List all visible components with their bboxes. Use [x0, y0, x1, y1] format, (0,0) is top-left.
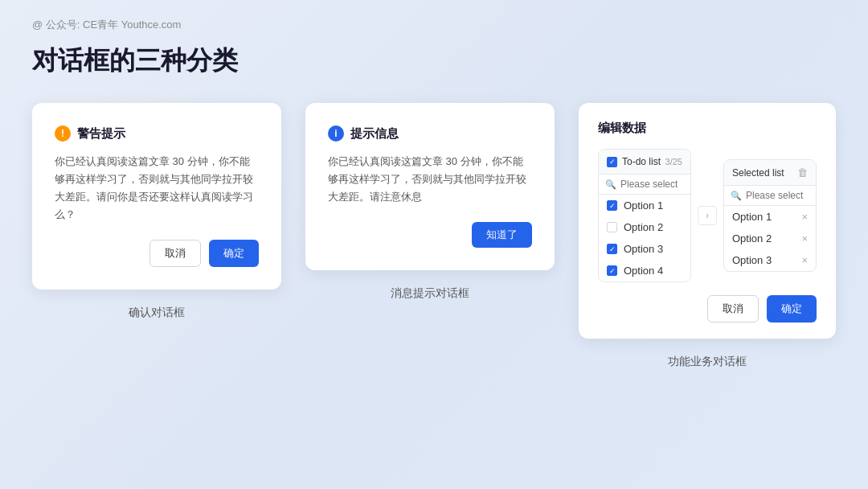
- header: @ 公众号: CE青年 Youthce.com: [0, 0, 868, 40]
- remove-option-1[interactable]: ×: [801, 211, 808, 223]
- warning-icon: !: [55, 125, 71, 142]
- selected-option-3: Option 3 ×: [724, 249, 816, 271]
- todo-option-2[interactable]: Option 2: [599, 216, 690, 238]
- todo-option-1[interactable]: Option 1: [599, 195, 690, 216]
- confirm-dialog-card: ! 警告提示 你已经认真阅读这篇文章 30 分钟，你不能够再这样学习了，否则就与…: [32, 103, 281, 290]
- confirm-ok-button[interactable]: 确定: [209, 240, 259, 267]
- todo-panel: To-do list 3/25 🔍 Option 1: [598, 149, 691, 282]
- todo-option-4[interactable]: Option 4: [599, 260, 690, 281]
- functional-dialog-title: 编辑数据: [598, 121, 817, 136]
- functional-cancel-button[interactable]: 取消: [707, 295, 759, 323]
- info-icon: i: [328, 125, 344, 142]
- meta-text: @ 公众号: CE青年 Youthce.com: [32, 18, 181, 31]
- transfer-arrow[interactable]: ›: [698, 206, 717, 225]
- remove-option-2[interactable]: ×: [801, 232, 808, 244]
- selected-search-icon: 🔍: [731, 191, 742, 201]
- trash-icon[interactable]: 🗑: [797, 166, 808, 179]
- functional-dialog-label: 功能业务对话框: [579, 355, 836, 369]
- confirm-cancel-button[interactable]: 取消: [149, 240, 201, 267]
- selected-option-2: Option 2 ×: [724, 228, 816, 249]
- selected-search-input[interactable]: [746, 190, 809, 201]
- message-ok-button[interactable]: 知道了: [472, 222, 532, 248]
- message-dialog-title: 提示信息: [350, 126, 399, 142]
- selected-panel: Selected list 🗑 🔍 Option 1 × Option: [723, 159, 817, 272]
- todo-option-3[interactable]: Option 3: [599, 238, 690, 260]
- todo-list-label: To-do list: [622, 156, 661, 167]
- remove-option-3[interactable]: ×: [801, 254, 808, 266]
- todo-checkbox[interactable]: [607, 157, 617, 167]
- todo-search-input[interactable]: [620, 179, 684, 190]
- confirm-dialog-body: 你已经认真阅读这篇文章 30 分钟，你不能够再这样学习了，否则就与其他同学拉开较…: [55, 153, 259, 224]
- message-dialog-body: 你已经认真阅读这篇文章 30 分钟，你不能够再这样学习了，否则就与其他同学拉开较…: [328, 153, 532, 206]
- functional-confirm-button[interactable]: 确定: [767, 295, 817, 323]
- message-dialog-label: 消息提示对话框: [305, 286, 555, 301]
- confirm-dialog-label: 确认对话框: [32, 306, 281, 320]
- todo-badge: 3/25: [665, 157, 682, 166]
- todo-search-icon: 🔍: [605, 179, 616, 190]
- selected-option-1: Option 1 ×: [724, 206, 816, 228]
- message-dialog-card: i 提示信息 你已经认真阅读这篇文章 30 分钟，你不能够再这样学习了，否则就与…: [305, 103, 555, 270]
- functional-dialog-card: 编辑数据 To-do list 3/25 🔍: [579, 103, 836, 339]
- confirm-dialog-title: 警告提示: [77, 126, 125, 142]
- page-title: 对话框的三种分类: [0, 40, 868, 103]
- selected-list-label: Selected list: [732, 167, 784, 179]
